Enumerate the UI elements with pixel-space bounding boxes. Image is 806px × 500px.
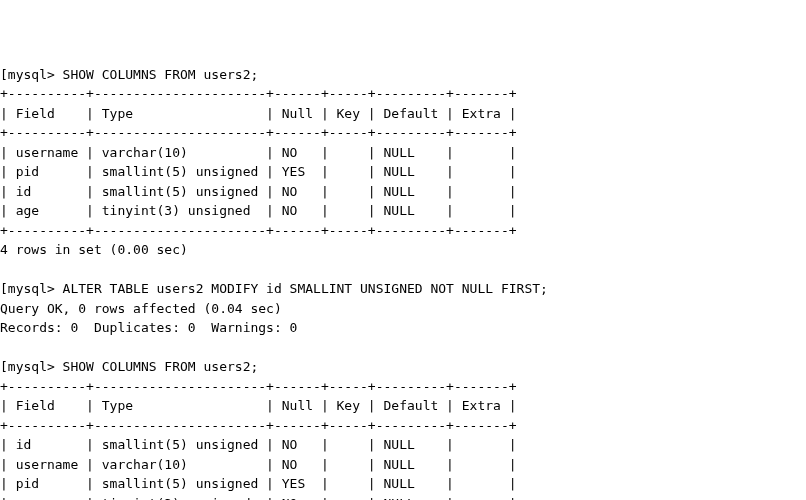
table-header-row: | Field | Type | Null | Key | Default | … [0, 396, 806, 416]
records-status: Records: 0 Duplicates: 0 Warnings: 0 [0, 318, 806, 338]
blank-line [0, 260, 806, 280]
table-row: | pid | smallint(5) unsigned | YES | | N… [0, 474, 806, 494]
table-row: | username | varchar(10) | NO | | NULL |… [0, 143, 806, 163]
table-border: +----------+----------------------+-----… [0, 123, 806, 143]
query-ok-status: Query OK, 0 rows affected (0.04 sec) [0, 299, 806, 319]
terminal-output[interactable]: [mysql> SHOW COLUMNS FROM users2;+------… [0, 65, 806, 501]
table-border: +----------+----------------------+-----… [0, 416, 806, 436]
table-row: | id | smallint(5) unsigned | NO | | NUL… [0, 182, 806, 202]
table-row: | pid | smallint(5) unsigned | YES | | N… [0, 162, 806, 182]
table-row: | id | smallint(5) unsigned | NO | | NUL… [0, 435, 806, 455]
blank-line [0, 338, 806, 358]
table-border: +----------+----------------------+-----… [0, 377, 806, 397]
table-header-row: | Field | Type | Null | Key | Default | … [0, 104, 806, 124]
mysql-prompt-line[interactable]: [mysql> SHOW COLUMNS FROM users2; [0, 357, 806, 377]
mysql-prompt-line[interactable]: [mysql> SHOW COLUMNS FROM users2; [0, 65, 806, 85]
mysql-prompt-line[interactable]: [mysql> ALTER TABLE users2 MODIFY id SMA… [0, 279, 806, 299]
table-border: +----------+----------------------+-----… [0, 221, 806, 241]
table-row: | age | tinyint(3) unsigned | NO | | NUL… [0, 201, 806, 221]
table-border: +----------+----------------------+-----… [0, 84, 806, 104]
table-row: | username | varchar(10) | NO | | NULL |… [0, 455, 806, 475]
rows-in-set-status: 4 rows in set (0.00 sec) [0, 240, 806, 260]
table-row: | age | tinyint(3) unsigned | NO | | NUL… [0, 494, 806, 501]
